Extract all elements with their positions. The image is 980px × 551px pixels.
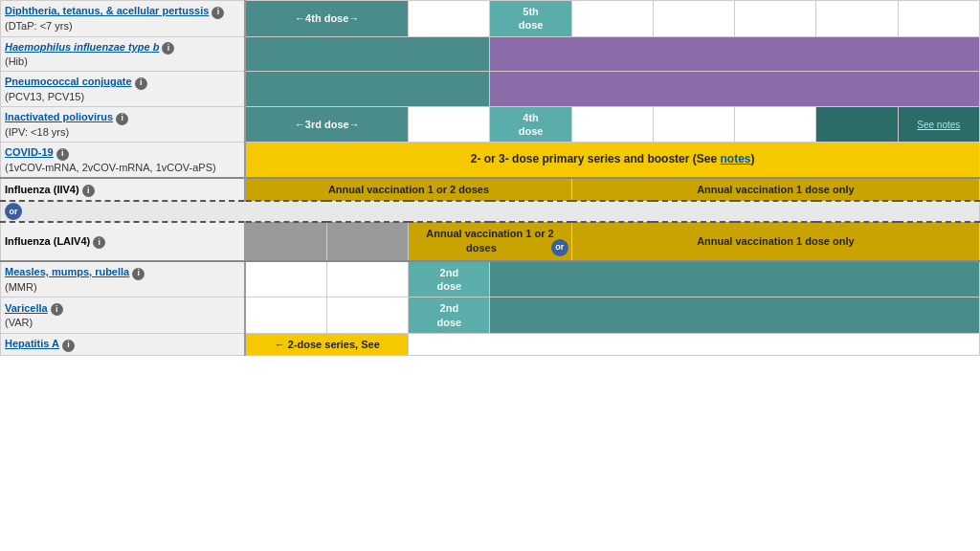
dose-cell-8-2: 2nddose <box>409 298 490 334</box>
dose-cell-7-2: 2nddose <box>409 261 490 298</box>
dose-cell-8-0 <box>245 298 326 334</box>
vaccine-name-cell: Inactivated poliovirus i(IPV: <18 yrs) <box>1 106 246 143</box>
dose-cell-2-0 <box>245 72 490 107</box>
dose-cell-1-0 <box>245 36 490 72</box>
dose-cell-3-5 <box>735 106 816 143</box>
table-row: Influenza (IIV4) iAnnual vaccination 1 o… <box>1 178 980 201</box>
dose-cell-5-0: Annual vaccination 1 or 2 doses <box>245 178 571 201</box>
vaccine-name-cell: Varicella i(VAR) <box>1 298 246 334</box>
cell-text: Annual vaccination 1 or 2 doses <box>328 184 489 195</box>
table-row: Diphtheria, tetanus, & acellular pertuss… <box>1 1 980 37</box>
cell-text: Annual vaccination 1 or 2 doses <box>426 228 553 253</box>
cell-text: 5thdose <box>519 6 544 31</box>
vaccine-name-cell: Hepatitis A i <box>1 333 246 355</box>
dose-cell-0-0: ←4th dose→ <box>245 1 409 37</box>
dose-cell-0-2: 5thdose <box>490 1 571 37</box>
dose-cell-0-7 <box>898 1 979 37</box>
info-icon[interactable]: i <box>212 7 224 19</box>
dose-cell-1-1 <box>490 36 980 72</box>
info-icon[interactable]: i <box>93 236 105 249</box>
dose-cell-2-1 <box>490 72 980 107</box>
table-row: Haemophilus influenzae type b i(Hib) <box>1 36 980 72</box>
vaccine-name-cell: Pneumococcal conjugate i(PCV13, PCV15) <box>1 72 246 107</box>
covid-series-text: 2- or 3- dose primary series and booster… <box>471 152 755 165</box>
vaccine-link[interactable]: Pneumococcal conjugate <box>5 76 132 87</box>
table-row: Inactivated poliovirus i(IPV: <18 yrs)←3… <box>1 106 980 143</box>
vaccine-subtext: (1vCOV-mRNA, 2vCOV-mRNA, 1vCOV-aPS) <box>5 162 216 173</box>
vaccine-name-cell: Diphtheria, tetanus, & acellular pertuss… <box>1 1 246 37</box>
vaccine-name-cell: COVID-19 i(1vCOV-mRNA, 2vCOV-mRNA, 1vCOV… <box>1 143 246 178</box>
vaccine-name-cell: Influenza (LAIV4) i <box>1 222 246 260</box>
vaccine-subtext: (IPV: <18 yrs) <box>5 126 69 138</box>
dose-cell-6-1 <box>326 222 408 260</box>
info-icon[interactable]: i <box>116 113 128 125</box>
table-row: Pneumococcal conjugate i(PCV13, PCV15) <box>1 72 980 107</box>
dose-cell-0-4 <box>653 1 734 37</box>
see-notes-link[interactable]: See notes <box>917 120 960 130</box>
info-icon[interactable]: i <box>82 185 95 197</box>
info-icon[interactable]: i <box>135 77 147 90</box>
dose-cell-9-0: ← 2-dose series, See <box>245 333 409 355</box>
table-row: COVID-19 i(1vCOV-mRNA, 2vCOV-mRNA, 1vCOV… <box>1 143 980 178</box>
vaccine-link[interactable]: Inactivated poliovirus <box>5 111 113 122</box>
vaccine-link[interactable]: Haemophilus influenzae type b <box>5 41 159 53</box>
info-icon[interactable]: i <box>62 340 75 352</box>
dose-cell-8-3 <box>490 298 980 334</box>
dose-cell-0-6 <box>816 1 898 37</box>
dose-cell-7-1 <box>326 261 408 298</box>
vaccine-name: Influenza (LAIV4) <box>5 235 90 247</box>
dose-cell-4-0: 2- or 3- dose primary series and booster… <box>245 143 979 178</box>
cell-text: 4thdose <box>519 112 544 137</box>
dose-cell-6-0 <box>245 222 326 260</box>
table-row: Influenza (LAIV4) iAnnual vaccination 1 … <box>1 222 980 260</box>
vaccine-name-cell: Haemophilus influenzae type b i(Hib) <box>1 36 246 72</box>
table-row: Measles, mumps, rubella i(MMR)2nddose <box>1 261 980 298</box>
info-icon[interactable]: i <box>162 42 174 55</box>
dose-cell-5-1: Annual vaccination 1 dose only <box>571 178 979 201</box>
dose-cell-3-0: ←3rd dose→ <box>245 106 409 143</box>
vaccine-name-cell: Measles, mumps, rubella i(MMR) <box>1 261 246 298</box>
vaccination-table: Diphtheria, tetanus, & acellular pertuss… <box>0 0 980 356</box>
dose-cell-0-5 <box>735 1 816 37</box>
dose-cell-7-0 <box>245 261 326 298</box>
dose-cell-8-1 <box>326 298 408 334</box>
dose-cell-3-3 <box>571 106 653 143</box>
cell-text: Annual vaccination 1 dose only <box>697 184 854 195</box>
vaccine-name-cell: Influenza (IIV4) i <box>1 178 246 201</box>
cell-text: ←3rd dose→ <box>295 119 360 130</box>
vaccine-subtext: (PCV13, PCV15) <box>5 91 84 102</box>
cell-text: ←4th dose→ <box>295 12 359 24</box>
or-badge: or <box>5 203 22 220</box>
vaccine-link[interactable]: Diphtheria, tetanus, & acellular pertuss… <box>5 5 209 16</box>
dose-cell-3-1 <box>409 106 490 143</box>
hep-a-text: ← 2-dose series, See <box>275 339 380 350</box>
dose-cell-3-7: See notes <box>898 106 979 143</box>
dose-cell-9-1 <box>409 333 980 355</box>
vaccine-link[interactable]: Varicella <box>5 302 48 314</box>
or-badge-inline: or <box>551 239 568 256</box>
dose-cell-6-2: Annual vaccination 1 or 2 dosesor <box>409 222 571 260</box>
vaccine-subtext: (MMR) <box>5 281 37 293</box>
cell-text: 2nddose <box>437 267 462 292</box>
vaccine-link[interactable]: COVID-19 <box>5 146 54 158</box>
vaccine-name: Influenza (IIV4) <box>5 184 79 195</box>
dose-cell-0-3 <box>571 1 653 37</box>
notes-link[interactable]: notes <box>720 152 750 165</box>
vaccine-subtext: (Hib) <box>5 55 28 67</box>
vaccine-subtext: (DTaP: <7 yrs) <box>5 20 73 32</box>
vaccine-subtext: (VAR) <box>5 317 33 328</box>
info-icon[interactable]: i <box>56 148 69 161</box>
dose-cell-7-3 <box>490 261 980 298</box>
vaccine-link[interactable]: Hepatitis A <box>5 338 59 349</box>
dose-cell-6-3: Annual vaccination 1 dose only <box>571 222 979 260</box>
dose-cell-3-4 <box>653 106 734 143</box>
vaccine-link[interactable]: Measles, mumps, rubella <box>5 266 129 277</box>
dose-cell-3-6 <box>816 106 898 143</box>
info-icon[interactable]: i <box>132 268 145 280</box>
cell-text: Annual vaccination 1 dose only <box>697 235 854 247</box>
table-row: Varicella i(VAR)2nddose <box>1 298 980 334</box>
dose-cell-3-2: 4thdose <box>490 106 571 143</box>
table-row: Hepatitis A i← 2-dose series, See <box>1 333 980 355</box>
info-icon[interactable]: i <box>51 303 63 316</box>
cell-text: 2nddose <box>437 302 462 327</box>
